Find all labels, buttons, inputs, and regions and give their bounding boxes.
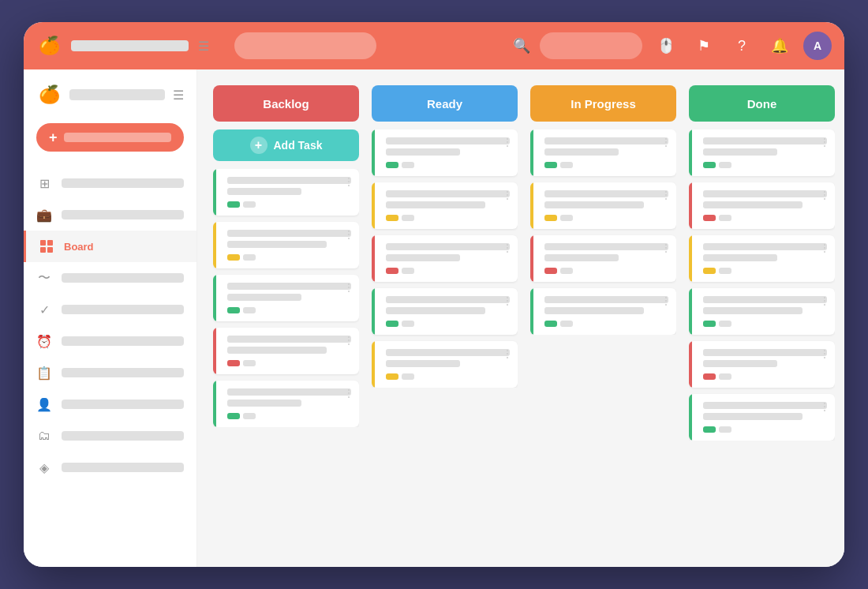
table-row[interactable]: ⋮	[372, 182, 518, 229]
priority-dot	[227, 360, 240, 366]
global-search-input[interactable]	[540, 32, 642, 59]
card-meta	[703, 426, 827, 433]
card-menu-icon[interactable]: ⋮	[502, 242, 513, 254]
card-menu-icon[interactable]: ⋮	[343, 228, 354, 241]
table-row[interactable]: ⋮	[689, 129, 835, 176]
billing-label	[62, 431, 184, 441]
priority-dot	[227, 307, 240, 313]
sidebar-item-team[interactable]: 👤	[24, 388, 196, 420]
dashboard-label	[62, 178, 184, 188]
table-row[interactable]: ⋮	[372, 288, 518, 335]
table-row[interactable]: ⋮	[689, 341, 835, 388]
card-menu-icon[interactable]: ⋮	[343, 175, 354, 188]
sidebar-item-dashboard[interactable]: ⊞	[24, 167, 196, 199]
flag-icon[interactable]: ⚑	[690, 32, 718, 60]
card-menu-icon[interactable]: ⋮	[343, 281, 354, 294]
card-menu-icon[interactable]: ⋮	[343, 387, 354, 400]
card-menu-icon[interactable]: ⋮	[660, 136, 672, 148]
card-menu-icon[interactable]: ⋮	[343, 334, 354, 347]
main-content: 🍊 ☰ + ⊞ 💼	[24, 69, 844, 567]
table-row[interactable]: ⋮	[372, 129, 518, 176]
hamburger-icon[interactable]: ☰	[198, 39, 209, 54]
card-line	[227, 347, 327, 354]
table-row[interactable]: ⋮	[530, 182, 676, 229]
card-line	[703, 243, 827, 250]
sidebar-item-time[interactable]: ⏰	[24, 325, 196, 357]
tag-dot	[719, 162, 731, 168]
card-accent	[689, 341, 692, 388]
card-menu-icon[interactable]: ⋮	[819, 294, 830, 307]
card-meta	[544, 321, 668, 327]
table-row[interactable]: ⋮	[372, 235, 518, 282]
card-line	[386, 349, 510, 356]
table-row[interactable]: ⋮	[530, 129, 676, 176]
sidebar-item-billing[interactable]: 🗂	[24, 420, 196, 452]
card-line	[386, 254, 460, 261]
card-meta	[386, 162, 510, 168]
sidebar-item-tasks[interactable]: ✓	[24, 294, 196, 325]
table-row[interactable]: ⋮	[213, 381, 359, 427]
card-content	[386, 349, 510, 380]
card-accent	[213, 275, 216, 321]
card-content	[703, 349, 827, 380]
team-icon: 👤	[36, 396, 52, 412]
column-done: Done ⋮	[689, 85, 835, 551]
table-row[interactable]: ⋮	[372, 341, 518, 388]
card-meta	[227, 360, 351, 366]
search-icon[interactable]: 🔍	[513, 37, 530, 54]
table-row[interactable]: ⋮	[689, 182, 835, 229]
tag-dot	[243, 307, 256, 313]
priority-dot	[703, 321, 716, 327]
card-menu-icon[interactable]: ⋮	[660, 242, 672, 254]
card-menu-icon[interactable]: ⋮	[819, 347, 830, 360]
table-row[interactable]: ⋮	[213, 222, 359, 268]
priority-dot	[386, 373, 398, 380]
card-line	[703, 137, 827, 144]
board-label: Board	[64, 241, 94, 253]
user-avatar[interactable]: A	[803, 32, 832, 60]
help-icon[interactable]: ?	[728, 32, 756, 60]
card-menu-icon[interactable]: ⋮	[502, 189, 513, 201]
table-row[interactable]: ⋮	[213, 275, 359, 321]
billing-icon: 🗂	[36, 428, 52, 444]
cursor-icon[interactable]: 🖱️	[652, 32, 680, 60]
sidebar-item-projects[interactable]: 💼	[24, 199, 196, 231]
sidebar-item-analytics[interactable]: 〜	[24, 262, 196, 294]
table-row[interactable]: ⋮	[530, 288, 676, 335]
table-row[interactable]: ⋮	[213, 328, 359, 374]
add-task-button[interactable]: + Add Task	[213, 129, 359, 161]
create-button[interactable]: +	[36, 123, 184, 152]
table-row[interactable]: ⋮	[689, 394, 835, 441]
add-task-plus-icon: +	[250, 137, 268, 154]
card-meta	[386, 373, 510, 380]
sidebar-item-reports[interactable]: 📋	[24, 357, 196, 388]
card-menu-icon[interactable]: ⋮	[502, 294, 513, 307]
column-header-ready: Ready	[372, 85, 518, 122]
column-header-done: Done	[689, 85, 835, 122]
table-row[interactable]: ⋮	[530, 235, 676, 282]
card-line	[227, 188, 301, 195]
table-row[interactable]: ⋮	[689, 288, 835, 335]
sidebar-hamburger[interactable]: ☰	[173, 88, 184, 103]
bell-icon[interactable]: 🔔	[765, 32, 794, 60]
card-accent	[530, 235, 533, 282]
card-menu-icon[interactable]: ⋮	[502, 347, 513, 360]
sidebar-item-board[interactable]: Board	[24, 231, 196, 262]
card-accent	[530, 182, 533, 229]
table-row[interactable]: ⋮	[213, 169, 359, 216]
tag-dot	[719, 321, 731, 327]
card-menu-icon[interactable]: ⋮	[660, 294, 672, 307]
card-menu-icon[interactable]: ⋮	[819, 136, 830, 148]
card-menu-icon[interactable]: ⋮	[819, 189, 830, 201]
card-menu-icon[interactable]: ⋮	[819, 242, 830, 254]
card-menu-icon[interactable]: ⋮	[660, 189, 672, 201]
priority-dot	[386, 162, 398, 168]
sidebar-item-layers[interactable]: ◈	[24, 452, 196, 483]
card-line	[544, 243, 668, 250]
tag-dot	[402, 373, 414, 380]
tag-dot	[719, 426, 731, 433]
table-row[interactable]: ⋮	[689, 235, 835, 282]
priority-dot	[227, 413, 240, 419]
card-menu-icon[interactable]: ⋮	[819, 400, 830, 413]
card-menu-icon[interactable]: ⋮	[502, 136, 513, 148]
